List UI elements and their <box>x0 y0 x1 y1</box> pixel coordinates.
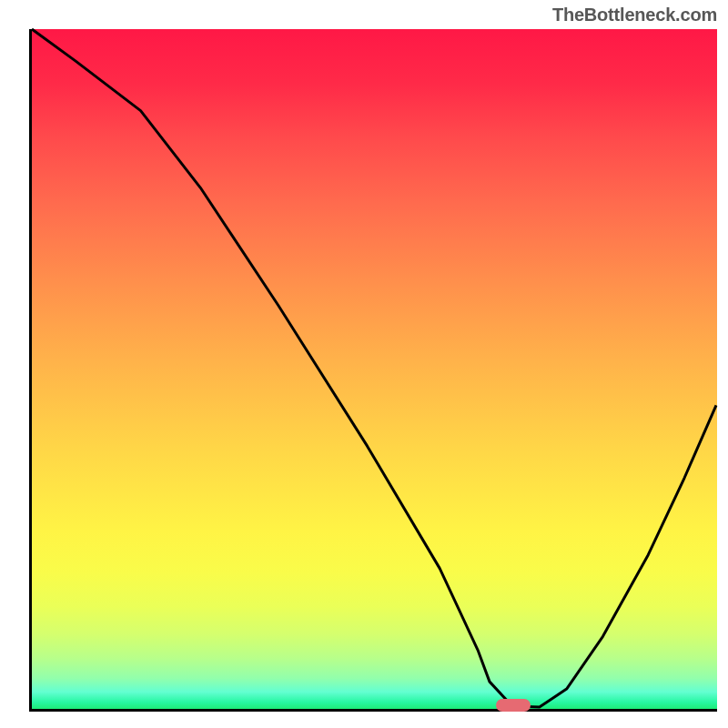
bottleneck-chart: TheBottleneck.com <box>20 11 719 716</box>
bottleneck-curve-path <box>32 29 716 707</box>
curve-svg <box>32 29 717 709</box>
plot-area <box>29 29 717 712</box>
watermark-label: TheBottleneck.com <box>552 5 717 25</box>
sweet-spot-marker <box>496 699 531 712</box>
